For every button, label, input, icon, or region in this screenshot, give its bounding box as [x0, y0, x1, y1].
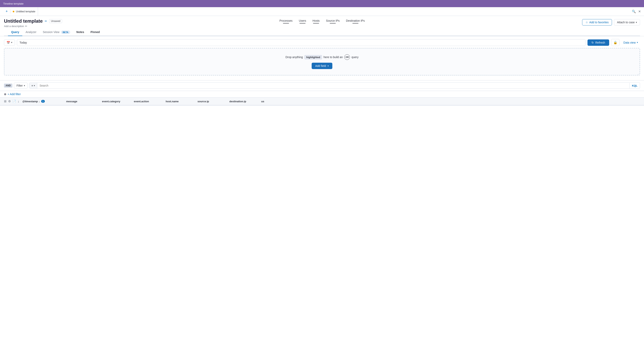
column-header-host-name[interactable]: host.name: [166, 100, 198, 103]
unsaved-dot: [13, 11, 14, 12]
tab-notes[interactable]: Notes: [73, 28, 87, 36]
tab-session-view[interactable]: Session View BETA: [40, 28, 73, 36]
filter-button[interactable]: Filter ▾: [14, 82, 28, 88]
beta-badge: BETA: [61, 31, 70, 34]
drop-suffix-text: query: [352, 56, 358, 59]
tab-analyzer[interactable]: Analyzer: [22, 28, 40, 36]
sort-icon[interactable]: ↕: [18, 100, 19, 103]
tab-pinned[interactable]: Pinned: [87, 28, 103, 36]
header-right-actions: ☆ Add to favorites Attach to case ▾: [582, 19, 640, 26]
table-body: [0, 106, 644, 165]
date-range-input[interactable]: [17, 39, 586, 46]
sort-arrow-icon: ↓: [38, 100, 40, 103]
data-view-chevron-icon: ▾: [637, 41, 638, 44]
search-type-button[interactable]: ≡ ▾: [30, 83, 37, 88]
filter-bar: AND Filter ▾ ≡ ▾ KQL: [0, 80, 644, 91]
or-badge: OR: [344, 54, 350, 60]
attach-to-case-chevron-icon: ▾: [636, 21, 637, 24]
nav-source-ips[interactable]: Source IPs: [326, 19, 340, 25]
refresh-icon: ↻: [592, 41, 594, 44]
column-header-event-category[interactable]: event.category: [102, 100, 134, 103]
header-nav: Processes Users Hosts Source IPs Destina…: [280, 19, 364, 25]
resize-handle[interactable]: ⌟: [637, 72, 639, 75]
search-input[interactable]: [37, 82, 630, 88]
description-edit-icon: ✏: [25, 25, 27, 28]
and-label: AND: [4, 84, 12, 88]
add-field-button[interactable]: Add field ▾: [312, 63, 332, 69]
query-area: 📅 ▾ ↻ Refresh 🔒 Data view ▾ Drop anythin…: [0, 36, 644, 80]
search-type-icon: ≡: [32, 84, 33, 87]
drop-prefix-text: Drop anything: [286, 56, 303, 59]
nav-destination-ips[interactable]: Destination IPs: [346, 19, 365, 25]
add-to-favorites-button[interactable]: ☆ Add to favorites: [582, 19, 612, 26]
column-header-source-ip[interactable]: source.ip: [198, 100, 230, 103]
search-type-chevron-icon: ▾: [34, 84, 35, 87]
new-tab-button[interactable]: +: [3, 9, 10, 14]
attach-to-case-button[interactable]: Attach to case ▾: [614, 19, 640, 26]
filter-chevron-icon: ▾: [24, 84, 25, 87]
column-header-message[interactable]: message: [66, 100, 102, 103]
add-description-row[interactable]: Add a description ✏: [4, 25, 62, 28]
top-bar-title: Timeline template: [3, 2, 24, 5]
calendar-chevron-icon: ▾: [11, 41, 12, 44]
nav-users[interactable]: Users: [299, 19, 306, 25]
lock-button[interactable]: 🔒: [611, 39, 620, 46]
highlighted-badge: highlighted: [304, 55, 322, 59]
close-icon[interactable]: ✕: [638, 10, 641, 13]
nav-underline-hosts: [313, 23, 319, 24]
page-title: Untitled template: [4, 18, 43, 24]
add-filter-row: ⊕ + Add filter: [0, 91, 644, 98]
nav-processes[interactable]: Processes: [280, 19, 292, 25]
tab-label: Untitled template: [16, 10, 36, 13]
header-section: Untitled template ✏ Unsaved Add a descri…: [0, 16, 644, 36]
sort-count-badge: 1: [41, 100, 45, 103]
date-picker-button[interactable]: 📅 ▾: [4, 40, 15, 46]
calendar-icon: 📅: [6, 41, 10, 44]
drop-middle-text: here to build an: [324, 56, 343, 59]
table-controls: ⊞ ⚙ 📄 ↕: [4, 100, 19, 103]
column-header-destination-ip[interactable]: destination.ip: [230, 100, 261, 103]
title-edit-icon[interactable]: ✏: [45, 20, 47, 23]
drop-zone: Drop anything highlighted here to build …: [4, 48, 640, 76]
add-filter-icon: ⊕: [4, 92, 6, 96]
tab-untitled-template[interactable]: Untitled template: [10, 7, 38, 16]
lock-icon: 🔒: [613, 41, 617, 44]
columns-icon[interactable]: ⊞: [4, 100, 6, 103]
star-icon: ☆: [586, 21, 588, 24]
query-controls: 📅 ▾ ↻ Refresh 🔒 Data view ▾: [4, 39, 640, 46]
add-description-text: Add a description: [4, 25, 24, 28]
column-header-timestamp[interactable]: @timestamp ↓ 1: [22, 100, 66, 103]
data-view-button[interactable]: Data view ▾: [622, 40, 640, 46]
nav-underline-destination-ips: [352, 23, 358, 24]
top-bar: Timeline template: [0, 0, 644, 7]
nav-underline-source-ips: [330, 23, 336, 24]
nav-underline-users: [300, 23, 306, 24]
tab-query[interactable]: Query: [8, 28, 22, 36]
kql-badge[interactable]: KQL: [630, 83, 640, 88]
search-icon[interactable]: 🔍: [632, 10, 636, 13]
search-bar: ≡ ▾ KQL: [29, 82, 640, 89]
tab-bar: + Untitled template 🔍 ✕: [0, 7, 644, 16]
add-field-chevron-icon: ▾: [328, 65, 329, 67]
drop-zone-text: Drop anything highlighted here to build …: [8, 54, 636, 60]
nav-underline-processes: [283, 23, 289, 24]
column-header-us[interactable]: us: [261, 100, 640, 103]
refresh-button[interactable]: ↻ Refresh: [588, 40, 609, 46]
column-header-event-action[interactable]: event.action: [134, 100, 166, 103]
gear-icon[interactable]: ⚙: [8, 100, 11, 103]
view-tabs: Query Analyzer Session View BETA Notes P…: [4, 28, 640, 36]
add-filter-link[interactable]: + Add filter: [8, 92, 21, 96]
nav-hosts[interactable]: Hosts: [312, 19, 320, 25]
document-icon[interactable]: 📄: [12, 100, 16, 103]
unsaved-badge: Unsaved: [49, 19, 62, 23]
table-header: ⊞ ⚙ 📄 ↕ @timestamp ↓ 1 message event.cat…: [0, 98, 644, 106]
